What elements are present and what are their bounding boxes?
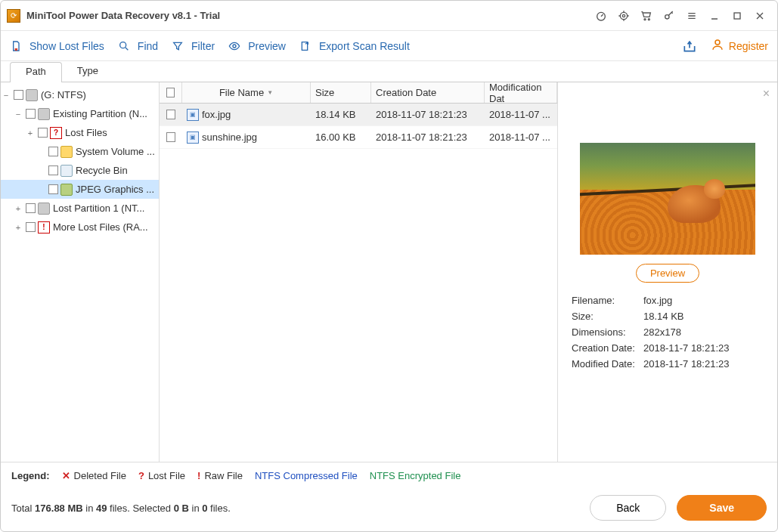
show-lost-files-label: Show Lost Files (29, 40, 104, 52)
checkbox[interactable] (38, 128, 48, 138)
lost-files-icon: ? (50, 127, 62, 139)
tree-jpeg-graphics[interactable]: JPEG Graphics ... (1, 180, 159, 199)
meta-mdate-value: 2018-11-7 18:21:23 (643, 358, 764, 370)
menu-icon[interactable] (680, 5, 703, 27)
window-title: MiniTool Power Data Recovery v8.1 - Tria… (26, 10, 220, 21)
tree-lost-part-label: Lost Partition 1 (NT... (53, 203, 144, 214)
export-icon (299, 40, 312, 52)
person-icon (711, 38, 724, 54)
image-file-icon: ▣ (187, 109, 199, 121)
file-size: 16.00 KB (311, 131, 371, 143)
expand-icon[interactable]: + (13, 204, 23, 213)
tree-recycle-bin[interactable]: Recycle Bin (1, 161, 159, 180)
folder-icon (60, 146, 73, 158)
filter-label: Filter (191, 40, 215, 52)
header-creation-date[interactable]: Creation Date (371, 82, 485, 103)
tree-existing-label: Existing Partition (N... (53, 108, 147, 119)
tree-more-lost-files[interactable]: + ! More Lost Files (RA... (1, 218, 159, 237)
file-size: 18.14 KB (311, 109, 371, 120)
header-checkbox-col[interactable] (160, 82, 182, 103)
tab-path[interactable]: Path (10, 62, 62, 82)
tree-lost-files-label: Lost Files (65, 127, 107, 138)
document-x-icon (10, 40, 22, 52)
recycle-bin-icon (60, 165, 73, 177)
show-lost-files-button[interactable]: Show Lost Files (10, 40, 104, 52)
svg-point-1 (620, 12, 627, 19)
tab-type[interactable]: Type (62, 62, 113, 82)
legend: Legend: ✕Deleted File ?Lost File !Raw Fi… (1, 462, 777, 489)
preview-image (580, 143, 755, 255)
legend-deleted: ✕Deleted File (62, 470, 126, 481)
speed-icon[interactable] (590, 5, 612, 27)
key-icon[interactable] (658, 5, 680, 27)
checkbox[interactable] (26, 222, 36, 232)
svg-point-5 (665, 14, 669, 18)
tree-root[interactable]: − (G: NTFS) (1, 85, 159, 104)
tree-lost-files[interactable]: + ? Lost Files (1, 123, 159, 142)
table-header: File Name▼ Size Creation Date Modificati… (160, 82, 557, 104)
checkbox[interactable] (48, 165, 58, 175)
svg-point-8 (233, 45, 236, 48)
find-button[interactable]: Find (118, 40, 158, 52)
tree-existing-partition[interactable]: − Existing Partition (N... (1, 104, 159, 123)
checkbox[interactable] (166, 132, 175, 142)
status-bar: Total 176.88 MB in 49 files. Selected 0 … (1, 489, 777, 531)
file-cdate: 2018-11-07 18:21:23 (371, 131, 485, 143)
image-file-icon: ▣ (187, 131, 199, 144)
tree-root-label: (G: NTFS) (41, 89, 86, 101)
close-preview-icon[interactable]: × (763, 87, 770, 101)
svg-point-7 (119, 42, 126, 48)
checkbox[interactable] (48, 184, 58, 194)
minimize-button[interactable] (703, 5, 726, 27)
checkbox[interactable] (166, 110, 175, 119)
funnel-icon (172, 40, 184, 52)
table-row[interactable]: ▣sunshine.jpg 16.00 KB 2018-11-07 18:21:… (160, 126, 557, 149)
toolbar: Show Lost Files Find Filter Preview Expo… (1, 31, 777, 61)
preview-button[interactable]: Preview (636, 264, 699, 283)
sort-indicator-icon: ▼ (267, 89, 273, 96)
meta-mdate-label: Modified Date: (572, 358, 643, 370)
title-bar: ⟳ MiniTool Power Data Recovery v8.1 - Tr… (1, 1, 777, 31)
legend-raw: !Raw File (197, 470, 243, 481)
header-file-name[interactable]: File Name▼ (182, 82, 311, 103)
back-button[interactable]: Back (590, 495, 666, 521)
register-button[interactable]: Register (711, 38, 768, 54)
main: − (G: NTFS) − Existing Partition (N... +… (1, 82, 777, 462)
close-button[interactable] (749, 5, 771, 27)
checkbox[interactable] (48, 147, 58, 156)
app-icon: ⟳ (7, 9, 20, 23)
preview-toolbar-button[interactable]: Preview (228, 40, 286, 52)
checkbox[interactable] (26, 109, 36, 119)
expand-icon[interactable]: + (13, 223, 23, 232)
svg-point-2 (622, 14, 625, 17)
status-text: Total 176.88 MB in 49 files. Selected 0 … (11, 503, 231, 514)
filter-button[interactable]: Filter (172, 40, 215, 52)
expand-icon[interactable]: + (25, 128, 36, 138)
collapse-icon[interactable]: − (13, 110, 23, 119)
meta-size-label: Size: (572, 311, 643, 322)
table-row[interactable]: ▣fox.jpg 18.14 KB 2018-11-07 18:21:23 20… (160, 104, 557, 126)
support-icon[interactable] (612, 5, 635, 27)
tree-system-volume[interactable]: System Volume ... (1, 142, 159, 161)
share-icon[interactable] (682, 39, 697, 54)
checkbox[interactable] (166, 88, 175, 97)
tree-jpeg-label: JPEG Graphics ... (76, 184, 154, 195)
export-button[interactable]: Export Scan Result (299, 40, 410, 52)
checkbox[interactable] (26, 203, 36, 213)
maximize-button[interactable] (726, 5, 749, 27)
header-size[interactable]: Size (311, 82, 371, 103)
checkbox[interactable] (14, 90, 23, 100)
meta-dim-value: 282x178 (643, 326, 764, 338)
tree-recycle-label: Recycle Bin (76, 165, 128, 176)
tree-lost-partition[interactable]: + Lost Partition 1 (NT... (1, 199, 159, 218)
folder-icon (60, 184, 73, 196)
save-button[interactable]: Save (677, 495, 767, 521)
disk-icon (38, 203, 50, 215)
export-label: Export Scan Result (319, 40, 410, 52)
legend-label: Legend: (11, 470, 50, 481)
cart-icon[interactable] (635, 5, 658, 27)
file-mdate: 2018-11-07 ... (485, 131, 557, 143)
svg-point-3 (644, 18, 646, 20)
header-modification-date[interactable]: Modification Dat (485, 82, 557, 103)
collapse-icon[interactable]: − (1, 91, 11, 100)
